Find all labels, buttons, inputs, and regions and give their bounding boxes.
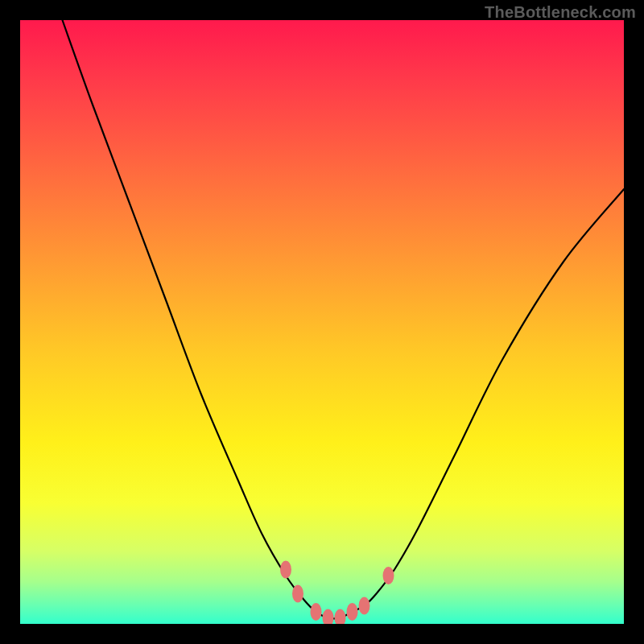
svg-rect-0 (20, 20, 624, 624)
chart-frame: TheBottleneck.com (0, 0, 644, 644)
plot-area (20, 20, 624, 624)
watermark-label: TheBottleneck.com (485, 3, 636, 22)
background-gradient (20, 20, 624, 624)
